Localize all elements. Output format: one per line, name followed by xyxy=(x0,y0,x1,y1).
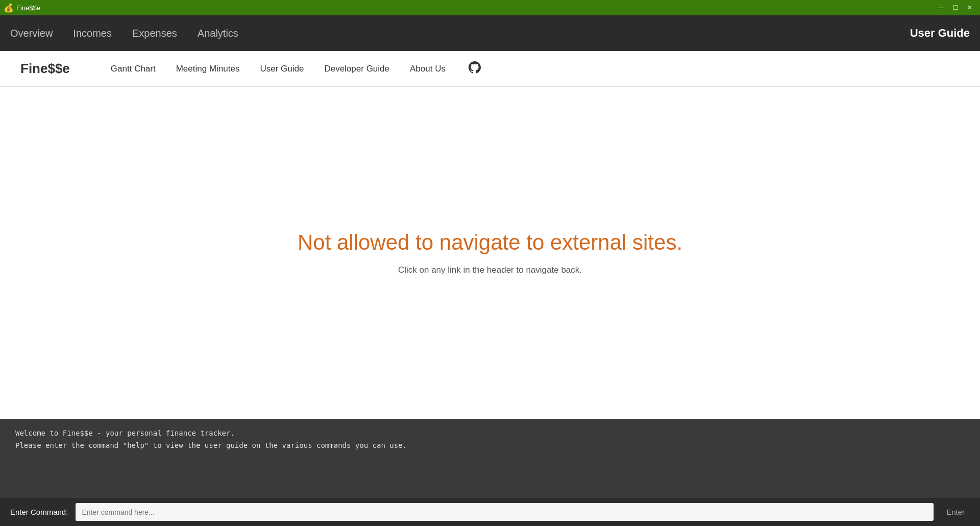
title-bar-left: 💰 Fine$$e xyxy=(4,3,40,12)
console-line1: Welcome to Fine$$e - your personal finan… xyxy=(15,429,965,437)
command-bar: Enter Command: Enter xyxy=(0,498,980,526)
main-content: Not allowed to navigate to external site… xyxy=(0,87,980,419)
sub-header-nav: Gantt Chart Meeting Minutes User Guide D… xyxy=(111,61,481,77)
top-nav-left: Overview Incomes Expenses Analytics xyxy=(10,28,238,39)
sub-nav-gantt-chart[interactable]: Gantt Chart xyxy=(111,64,156,74)
sub-nav-about-us[interactable]: About Us xyxy=(410,64,446,74)
sub-header-logo: Fine$$e xyxy=(20,61,70,77)
sub-header: Fine$$e Gantt Chart Meeting Minutes User… xyxy=(0,51,980,87)
command-input[interactable] xyxy=(76,503,934,521)
github-icon[interactable] xyxy=(469,61,481,77)
app-title: Fine$$e xyxy=(16,4,40,12)
error-subtext: Click on any link in the header to navig… xyxy=(398,265,582,275)
console-line2: Please enter the command "help" to view … xyxy=(15,441,965,449)
app-icon: 💰 xyxy=(4,3,13,12)
nav-item-overview[interactable]: Overview xyxy=(10,28,53,39)
close-button[interactable]: ✕ xyxy=(964,3,976,13)
console-area: Welcome to Fine$$e - your personal finan… xyxy=(0,419,980,498)
user-guide-button[interactable]: User Guide xyxy=(910,27,970,40)
sub-nav-user-guide[interactable]: User Guide xyxy=(260,64,304,74)
nav-item-expenses[interactable]: Expenses xyxy=(132,28,177,39)
error-heading: Not allowed to navigate to external site… xyxy=(298,230,682,255)
sub-nav-developer-guide[interactable]: Developer Guide xyxy=(324,64,389,74)
enter-button[interactable]: Enter xyxy=(941,508,970,516)
nav-item-analytics[interactable]: Analytics xyxy=(198,28,238,39)
title-bar: 💰 Fine$$e — ☐ ✕ xyxy=(0,0,980,15)
window-controls: — ☐ ✕ xyxy=(935,3,976,13)
sub-nav-meeting-minutes[interactable]: Meeting Minutes xyxy=(176,64,240,74)
top-nav: Overview Incomes Expenses Analytics User… xyxy=(0,15,980,51)
minimize-button[interactable]: — xyxy=(935,3,947,13)
nav-item-incomes[interactable]: Incomes xyxy=(73,28,112,39)
command-label: Enter Command: xyxy=(10,508,68,516)
maximize-button[interactable]: ☐ xyxy=(949,3,962,13)
